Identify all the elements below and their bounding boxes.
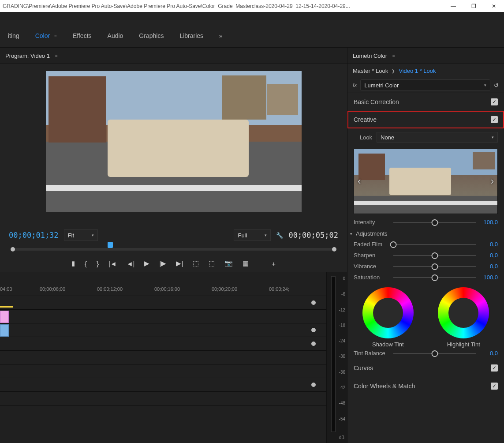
faded-film-value[interactable]: 0,0 xyxy=(480,241,498,248)
collapse-icon[interactable]: ▾ xyxy=(350,232,352,236)
reset-icon[interactable]: ↺ xyxy=(494,82,499,89)
program-title: Program: Video 1 xyxy=(5,53,50,59)
tab-effects[interactable]: Effects xyxy=(65,28,100,44)
saturation-value[interactable]: 100,0 xyxy=(480,274,498,281)
time-ruler[interactable]: 04;00 00;00;08;00 00;00;12;00 00;00;16;0… xyxy=(0,282,326,296)
timeline-panel: 04;00 00;00;08;00 00;00;12;00 00;00;16;0… xyxy=(0,272,347,443)
master-clip-label[interactable]: Master * Look xyxy=(353,68,388,74)
lift-icon[interactable]: ⬚ xyxy=(193,259,199,267)
tab-overflow[interactable]: » xyxy=(211,28,230,44)
section-creative[interactable]: Creative ✓ xyxy=(347,111,504,128)
intensity-value[interactable]: 100,0 xyxy=(480,219,498,225)
section-color-wheels[interactable]: Color Wheels & Match ✓ xyxy=(347,377,504,395)
next-look-icon[interactable]: › xyxy=(488,173,497,190)
tab-editing[interactable]: iting xyxy=(0,28,27,44)
audio-clip[interactable] xyxy=(0,324,9,337)
colorwheels-checkbox[interactable]: ✓ xyxy=(491,383,498,390)
tab-graphics[interactable]: Graphics xyxy=(131,28,172,44)
camera-icon[interactable]: 📷 xyxy=(224,259,233,267)
audio-track-6[interactable] xyxy=(0,392,326,405)
video-track-1[interactable] xyxy=(0,310,326,323)
chevron-icon: ❯ xyxy=(392,69,395,73)
step-back-icon[interactable]: ◄| xyxy=(127,260,135,267)
vibrance-value[interactable]: 0,0 xyxy=(480,263,498,270)
transport-controls: ▮ { } |◄ ◄| ▶ |▶ ▶| ⬚ ⬚ 📷 ▦ + xyxy=(0,257,347,272)
video-clip[interactable] xyxy=(0,311,9,323)
scrub-bar[interactable] xyxy=(10,244,337,255)
tab-color[interactable]: Color≡ xyxy=(27,28,65,44)
minimize-button[interactable]: — xyxy=(443,0,463,12)
tab-libraries[interactable]: Libraries xyxy=(172,28,211,44)
vibrance-slider[interactable] xyxy=(393,266,476,267)
intensity-slider[interactable] xyxy=(393,222,476,223)
panel-menu-icon[interactable]: ≡ xyxy=(55,53,58,58)
effect-select[interactable]: Lumetri Color▾ xyxy=(360,79,490,91)
tint-balance-value[interactable]: 0,0 xyxy=(480,350,498,357)
sharpen-value[interactable]: 0,0 xyxy=(480,252,498,259)
lumetri-title: Lumetri Color xyxy=(353,53,387,59)
tab-menu-icon[interactable]: ≡ xyxy=(54,34,57,38)
basic-checkbox[interactable]: ✓ xyxy=(491,98,498,105)
prev-look-icon[interactable]: ‹ xyxy=(355,173,363,190)
file-path: GRADING\Premiere\Adobe Premiere Pro Auto… xyxy=(0,3,443,9)
lumetri-panel: Lumetri Color ≡ Master * Look ❯ Video 1 … xyxy=(347,48,504,443)
resolution-select[interactable]: Full▾ xyxy=(234,229,271,241)
fx-badge: fx xyxy=(353,82,357,88)
mark-in-icon[interactable]: ▮ xyxy=(71,259,75,267)
in-point-icon[interactable]: { xyxy=(85,260,87,267)
go-to-out-icon[interactable]: ▶| xyxy=(176,259,183,267)
maximize-button[interactable]: ❐ xyxy=(463,0,484,12)
tint-balance-slider[interactable] xyxy=(393,353,476,354)
add-button-icon[interactable]: + xyxy=(272,260,276,267)
audio-track-1[interactable] xyxy=(0,323,326,337)
saturation-slider[interactable] xyxy=(393,277,476,278)
audio-track-3[interactable] xyxy=(0,351,326,364)
program-viewer[interactable] xyxy=(46,71,302,212)
section-basic-correction[interactable]: Basic Correction ✓ xyxy=(347,93,504,111)
creative-checkbox[interactable]: ✓ xyxy=(491,116,498,123)
look-preview: ‹ › xyxy=(354,149,498,214)
wrench-icon[interactable]: 🔧 xyxy=(276,232,283,239)
video-track-2[interactable] xyxy=(0,296,326,310)
play-icon[interactable]: ▶ xyxy=(144,259,149,267)
audio-track-4[interactable] xyxy=(0,364,326,378)
shadow-tint-wheel[interactable] xyxy=(362,287,414,338)
playhead[interactable] xyxy=(108,242,113,248)
faded-film-slider[interactable] xyxy=(393,244,476,245)
section-curves[interactable]: Curves ✓ xyxy=(347,359,504,377)
highlight-tint-wheel[interactable] xyxy=(438,287,489,338)
export-frame-icon[interactable]: ▦ xyxy=(243,259,249,267)
close-button[interactable]: ✕ xyxy=(484,0,504,12)
curves-checkbox[interactable]: ✓ xyxy=(491,364,498,372)
audio-track-2[interactable] xyxy=(0,337,326,351)
clip-label[interactable]: Video 1 * Look xyxy=(399,68,436,74)
out-point-icon[interactable]: } xyxy=(97,260,99,267)
zoom-select[interactable]: Fit▾ xyxy=(64,229,98,241)
tab-audio[interactable]: Audio xyxy=(100,28,131,44)
extract-icon[interactable]: ⬚ xyxy=(209,259,215,267)
look-label: Look xyxy=(354,134,372,141)
look-select[interactable]: None▾ xyxy=(377,132,498,143)
panel-menu-icon[interactable]: ≡ xyxy=(392,53,395,58)
program-monitor: Program: Video 1 ≡ 00;00;01;32 Fit▾ Full… xyxy=(0,48,347,272)
step-fwd-icon[interactable]: |▶ xyxy=(159,259,166,267)
menu-bar xyxy=(0,12,504,24)
audio-meters: 0-6-12-18-24-30-36-42-48-54 dB xyxy=(326,272,347,443)
duration-timecode: 00;00;05;02 xyxy=(288,231,338,240)
go-to-in-icon[interactable]: |◄ xyxy=(108,260,117,267)
window-titlebar: GRADING\Premiere\Adobe Premiere Pro Auto… xyxy=(0,0,504,12)
current-timecode[interactable]: 00;00;01;32 xyxy=(9,231,59,240)
audio-track-5[interactable] xyxy=(0,378,326,392)
sharpen-slider[interactable] xyxy=(393,255,476,256)
workspace-tabs: iting Color≡ Effects Audio Graphics Libr… xyxy=(0,24,504,48)
